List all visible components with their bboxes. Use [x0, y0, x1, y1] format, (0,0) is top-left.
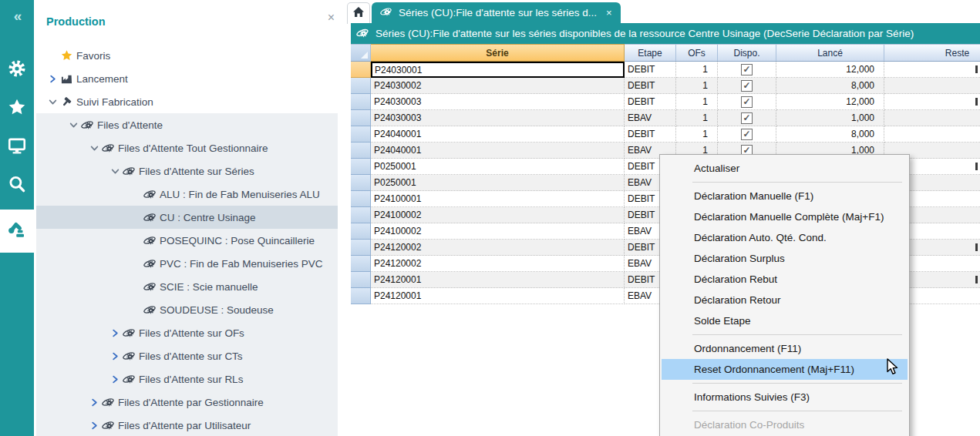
cell-etape[interactable]: DEBIT	[625, 62, 676, 78]
cell-ofs[interactable]: 1	[676, 126, 718, 143]
checked-checkbox-icon[interactable]: ✓	[741, 80, 753, 92]
cell-ofs[interactable]: 1	[676, 78, 718, 94]
tree-item-files-d-attente-par-gestionnaire[interactable]: Files d'Attente par Gestionnaire	[36, 391, 338, 414]
cell-ofs[interactable]: 1	[676, 110, 718, 126]
cell-serie[interactable]: P24030003	[371, 110, 625, 126]
sidebar-item-production[interactable]	[0, 210, 34, 253]
tree-item-files-d-attente-tout-gestionnaire[interactable]: Files d'Attente Tout Gestionnaire	[36, 136, 338, 159]
tree-item-files-d-attente-sur-s-ries[interactable]: Files d'Attente sur Séries	[36, 159, 338, 183]
close-panel-icon[interactable]: ×	[328, 12, 335, 24]
cell-dispo[interactable]: ✓	[718, 62, 776, 78]
tree-item-alu-fin-de-fab-menuiseries-alu[interactable]: ALU : Fin de Fab Menuiseries ALU	[36, 183, 338, 206]
cell-serie[interactable]: P0250001	[371, 175, 625, 191]
chevron-down-icon[interactable]	[88, 145, 100, 152]
cell-dispo[interactable]: ✓	[718, 78, 776, 94]
cell-reste[interactable]	[884, 126, 980, 143]
column-header-s-rie[interactable]: Série	[371, 44, 625, 62]
cell-serie[interactable]: P24100002	[371, 223, 625, 240]
row-header[interactable]	[351, 256, 371, 272]
menu-item-d-claration-manuelle-f1[interactable]: Déclaration Manuelle (F1)	[662, 186, 908, 206]
menu-item-d-claration-surplus[interactable]: Déclaration Surplus	[662, 248, 908, 269]
tree-item-favoris[interactable]: Favoris	[36, 44, 338, 67]
chevron-right-icon[interactable]	[88, 398, 100, 407]
cell-serie[interactable]: P24120002	[371, 256, 625, 272]
chevron-right-icon[interactable]	[109, 329, 121, 337]
tree-item-scie-scie-manuelle[interactable]: SCIE : Scie manuelle	[36, 275, 338, 298]
row-header[interactable]	[351, 175, 371, 191]
tree-item-files-d-attente-sur-ofs[interactable]: Files d'Attente sur OFs	[36, 321, 338, 344]
sidebar-item-search[interactable]	[0, 166, 34, 205]
cell-dispo[interactable]: ✓	[718, 110, 776, 126]
sidebar-item-workstation[interactable]	[0, 128, 34, 166]
cell-serie[interactable]: P24030002	[371, 78, 625, 94]
chevron-down-icon[interactable]	[67, 122, 79, 129]
row-header[interactable]	[351, 110, 371, 126]
cell-ofs[interactable]: 1	[676, 62, 718, 78]
cell-serie[interactable]: P24120002	[371, 240, 625, 256]
checked-checkbox-icon[interactable]: ✓	[741, 96, 753, 108]
sidebar-item-modules[interactable]	[0, 51, 34, 89]
cell-ofs[interactable]: 1	[676, 94, 718, 110]
row-header[interactable]	[351, 126, 371, 143]
menu-item-reset-ordonnancement-maj-f11[interactable]: Reset Ordonnancement (Maj+F11)	[662, 359, 908, 380]
cell-lance[interactable]: 1,000	[776, 110, 884, 126]
cell-lance[interactable]: 12,000	[776, 62, 884, 78]
cell-reste[interactable]	[884, 94, 980, 110]
chevron-right-icon[interactable]	[46, 75, 59, 83]
row-header[interactable]	[351, 62, 371, 78]
cell-reste[interactable]	[884, 62, 980, 78]
row-header[interactable]	[351, 272, 371, 288]
chevron-right-icon[interactable]	[109, 375, 121, 384]
menu-item-d-claration-rebut[interactable]: Déclaration Rebut	[662, 269, 908, 290]
column-header-dispo[interactable]: Dispo.	[718, 44, 776, 62]
chevron-down-icon[interactable]	[109, 168, 121, 175]
menu-item-ordonnancement-f11[interactable]: Ordonnancement (F11)	[662, 338, 908, 359]
column-header-etape[interactable]: Etape	[625, 44, 676, 62]
tree-item-files-d-attente-sur-rls[interactable]: Files d'Attente sur RLs	[36, 367, 338, 391]
menu-item-solde-etape[interactable]: Solde Etape	[662, 310, 908, 331]
tree-item-pvc-fin-de-fab-menuiseries-pvc[interactable]: PVC : Fin de Fab Menuiseries PVC	[36, 252, 338, 275]
tab-series-cu[interactable]: Séries (CU):File d'attente sur les série…	[372, 2, 621, 23]
cell-serie[interactable]: P24040001	[371, 143, 625, 159]
menu-item-d-claration-auto-qt-cond[interactable]: Déclaration Auto. Qté. Cond.	[662, 227, 908, 248]
column-header-ofs[interactable]: OFs	[676, 44, 718, 62]
cell-lance[interactable]: 12,000	[776, 94, 884, 110]
tab-home[interactable]	[347, 2, 370, 24]
cell-lance[interactable]: 8,000	[776, 126, 884, 143]
row-header[interactable]	[351, 240, 371, 256]
tree-item-lancement[interactable]: Lancement	[36, 67, 338, 90]
cell-serie[interactable]: P24040001	[371, 126, 625, 143]
row-header[interactable]	[351, 223, 371, 240]
cell-serie[interactable]: P24100002	[371, 207, 625, 223]
row-header[interactable]	[351, 191, 371, 207]
tab-close-icon[interactable]: ×	[606, 7, 612, 18]
column-header-lanc[interactable]: Lancé	[776, 44, 884, 62]
row-header[interactable]	[351, 78, 371, 94]
chevron-right-icon[interactable]	[109, 352, 121, 361]
cell-etape[interactable]: DEBIT	[625, 126, 676, 143]
tree-item-files-d-attente[interactable]: Files d'Attente	[36, 113, 338, 136]
row-header[interactable]	[351, 143, 371, 159]
cell-serie[interactable]: P0250001	[371, 159, 625, 175]
checked-checkbox-icon[interactable]: ✓	[741, 64, 753, 75]
cell-etape[interactable]: DEBIT	[625, 78, 676, 94]
tree-item-files-d-attente-par-utilisateur[interactable]: Files d'Attente par Utilisateur	[36, 414, 338, 436]
collapse-panel-button[interactable]: «	[0, 0, 34, 31]
menu-item-d-claration-manuelle-compl-te-maj-f1[interactable]: Déclaration Manuelle Complète (Maj+F1)	[662, 206, 908, 227]
chevron-right-icon[interactable]	[88, 421, 100, 430]
sidebar-item-favorites[interactable]	[0, 89, 34, 128]
tree-item-cu-centre-usinage[interactable]: CU : Centre Usinage	[36, 206, 338, 229]
menu-item-actualiser[interactable]: Actualiser	[662, 158, 908, 179]
row-header[interactable]	[351, 207, 371, 223]
column-header-reste[interactable]: Reste	[884, 44, 980, 62]
cell-dispo[interactable]: ✓	[718, 94, 776, 110]
checked-checkbox-icon[interactable]: ✓	[741, 112, 753, 124]
cell-etape[interactable]: DEBIT	[625, 94, 676, 110]
cell-lance[interactable]: 8,000	[776, 78, 884, 94]
tree-item-soudeuse-soudeuse[interactable]: SOUDEUSE : Soudeuse	[36, 298, 338, 321]
cell-etape[interactable]: EBAV	[625, 110, 676, 126]
row-header[interactable]	[351, 159, 371, 175]
tree-item-posequinc-pose-quincaillerie[interactable]: POSEQUINC : Pose Quincaillerie	[36, 229, 338, 252]
cell-serie[interactable]: P24120001	[371, 288, 625, 304]
cell-serie[interactable]: P24120001	[371, 272, 625, 288]
